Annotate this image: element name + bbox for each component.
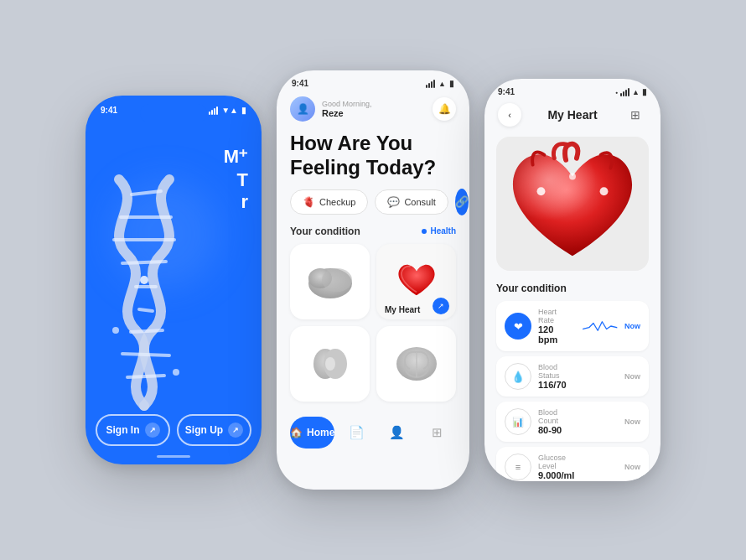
main-title: How Are YouFeeling Today? <box>277 128 469 189</box>
signin-button[interactable]: Sign In ↗ <box>96 414 170 446</box>
blood-status-info: Blood Status 116/70 <box>538 363 575 390</box>
checkup-button[interactable]: 🫀 Checkup <box>290 189 368 215</box>
home-button[interactable]: 🏠 Home <box>290 417 334 449</box>
signal-icon-2 <box>426 80 435 88</box>
blood-count-value: 80-90 <box>538 425 575 435</box>
blood-status-icon: 💧 <box>505 363 531 390</box>
signup-arrow-icon: ↗ <box>228 423 243 438</box>
consult-button[interactable]: 💬 Consult <box>375 189 448 215</box>
svg-point-20 <box>537 187 546 195</box>
liver-card[interactable] <box>290 244 370 319</box>
heart-rate-chart <box>582 316 619 336</box>
consult-icon: 💬 <box>387 196 400 208</box>
glucose-row: ≡ Glucose Level 9.000/ml Now <box>496 447 649 481</box>
phone-home: 9:41 ▲ ▮ 👤 Good Morning, Reze 🔔 How Are … <box>277 70 469 490</box>
dna-illustration <box>85 163 211 414</box>
home-icon: 🏠 <box>290 427 303 438</box>
brand-logo: M⁺ <box>224 146 248 168</box>
notch <box>140 104 207 122</box>
heart-rate-info: Heart Rate 120 bpm <box>538 308 575 345</box>
more-action-button[interactable]: 🔗 <box>455 189 469 215</box>
time-1: 9:41 <box>101 106 117 115</box>
bottom-nav: 🏠 Home 📄 👤 ⊞ <box>277 410 469 455</box>
blood-status-value: 116/70 <box>538 380 575 390</box>
top-nav: ‹ My Heart ⊞ <box>484 100 661 133</box>
svg-line-7 <box>122 354 169 355</box>
user-info: 👤 Good Morning, Reze <box>290 96 372 122</box>
svg-point-21 <box>600 187 609 195</box>
blood-status-row: 💧 Blood Status 116/70 Now <box>496 356 649 397</box>
signal-icon-1 <box>209 106 218 115</box>
user-name: Reze <box>322 108 372 118</box>
battery-icon-2: ▮ <box>449 79 454 88</box>
notification-bell-icon[interactable]: 🔔 <box>433 97 456 121</box>
organ-grid: My Heart ↗ <box>277 244 469 410</box>
condition-label: Your condition <box>290 226 360 237</box>
heart-rate-row: ❤ Heart Rate 120 bpm Now <box>496 301 649 351</box>
dot-icon: ● <box>615 90 618 95</box>
condition-section-title: Your condition <box>496 283 649 294</box>
heart-card-label: My Heart <box>385 305 420 314</box>
home-header: 👤 Good Morning, Reze 🔔 <box>277 91 469 128</box>
auth-buttons: Sign In ↗ Sign Up ↗ <box>96 414 251 446</box>
svg-point-10 <box>112 327 119 334</box>
status-icons-1: ▼▲ ▮ <box>209 106 246 115</box>
svg-point-14 <box>322 268 352 292</box>
time-2: 9:41 <box>292 79 308 88</box>
avatar: 👤 <box>290 96 315 122</box>
heart-card[interactable]: My Heart ↗ <box>376 244 456 319</box>
page-title: My Heart <box>547 108 597 122</box>
glucose-now: Now <box>624 463 640 471</box>
heart-card-arrow-icon[interactable]: ↗ <box>433 298 449 314</box>
blood-status-now: Now <box>624 372 640 381</box>
svg-point-17 <box>325 357 335 371</box>
svg-line-3 <box>122 262 166 263</box>
grid-view-icon[interactable]: ⊞ <box>624 103 647 127</box>
wifi-icon-3: ▲ <box>632 88 640 96</box>
link-icon: 🔗 <box>455 195 469 208</box>
tagline: T r <box>237 169 248 214</box>
signal-icon-3 <box>620 88 629 96</box>
greeting: Good Morning, <box>322 100 372 108</box>
documents-nav-icon[interactable]: 📄 <box>338 417 375 449</box>
battery-icon-1: ▮ <box>241 106 246 115</box>
glucose-value: 9.000/ml <box>538 470 575 480</box>
heart-rate-now: Now <box>624 322 640 330</box>
condition-header: Your condition Health <box>277 226 469 244</box>
svg-line-5 <box>139 309 153 311</box>
action-buttons: 🫀 Checkup 💬 Consult 🔗 <box>277 189 469 226</box>
status-icons-3: ● ▲ ▮ <box>615 87 647 96</box>
checkup-icon: 🫀 <box>303 196 315 208</box>
status-icons-2: ▲ ▮ <box>426 79 454 88</box>
back-button[interactable]: ‹ <box>498 103 521 127</box>
condition-section: Your condition ❤ Heart Rate 120 bpm Now … <box>484 274 661 481</box>
signup-button[interactable]: Sign Up ↗ <box>177 414 251 446</box>
health-dot <box>422 229 427 234</box>
svg-line-6 <box>131 330 163 332</box>
home-indicator-1 <box>157 455 190 458</box>
svg-point-11 <box>173 369 179 376</box>
glucose-label: Glucose Level <box>538 454 575 470</box>
profile-nav-icon[interactable]: 👤 <box>379 417 416 449</box>
phone-heart-detail: 9:41 ● ▲ ▮ ‹ My Heart ⊞ <box>484 79 661 481</box>
brain-card[interactable] <box>376 326 456 402</box>
time-3: 9:41 <box>498 87 515 96</box>
user-text: Good Morning, Reze <box>322 100 372 118</box>
heart-rate-label: Heart Rate <box>538 308 575 324</box>
blood-count-icon: 📊 <box>505 408 531 435</box>
glucose-icon: ≡ <box>505 454 531 480</box>
blood-status-label: Blood Status <box>538 363 575 380</box>
kidney-card[interactable] <box>290 326 370 402</box>
wifi-icon-1: ▼▲ <box>221 106 238 115</box>
heart-rate-value: 120 bpm <box>538 324 575 345</box>
heart-rate-icon: ❤ <box>505 313 531 340</box>
svg-point-9 <box>140 276 148 284</box>
grid-nav-icon[interactable]: ⊞ <box>419 417 456 449</box>
heart-detail-image <box>496 137 649 271</box>
blood-count-row: 📊 Blood Count 80-90 Now <box>496 402 649 442</box>
svg-line-8 <box>127 376 164 377</box>
status-bar-3: 9:41 ● ▲ ▮ <box>484 79 661 100</box>
blood-count-now: Now <box>624 417 640 426</box>
health-badge: Health <box>422 226 456 236</box>
wifi-icon-2: ▲ <box>438 80 446 88</box>
